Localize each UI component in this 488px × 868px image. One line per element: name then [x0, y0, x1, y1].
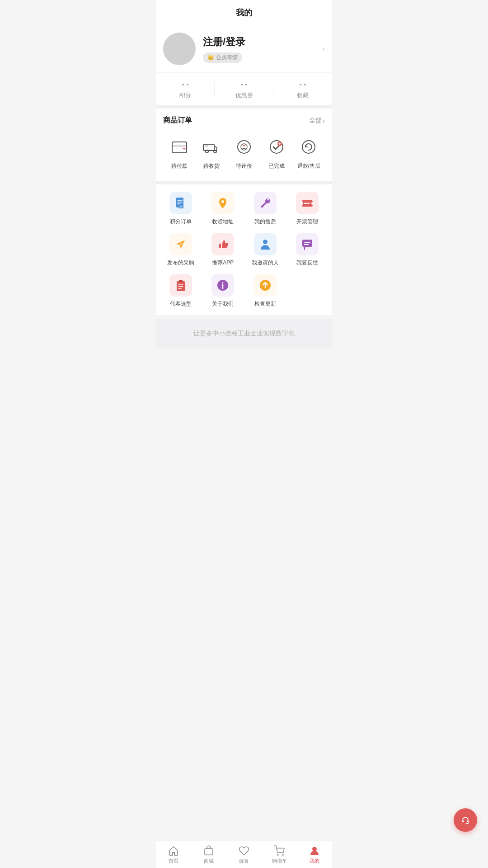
nav-item-shop[interactable]: 商城 [191, 841, 226, 868]
avatar [163, 33, 196, 65]
service-label-recommend: 推荐APP [212, 259, 234, 267]
order-label-pending-review: 待评价 [236, 162, 252, 170]
bottom-navigation: 首页 商城 服务 购物车 我的 [156, 841, 332, 868]
delivery-icon [202, 138, 221, 156]
service-item-purchase[interactable]: 发布的采购 [160, 233, 202, 267]
nav-label-service: 服务 [239, 858, 249, 864]
svg-point-8 [243, 145, 245, 146]
crown-icon: 👑 [207, 54, 214, 61]
service-item-invite[interactable]: 我邀请的人 [244, 233, 286, 267]
service-item-recommend[interactable]: 推荐APP [202, 233, 244, 267]
service-label-purchase: 发布的采购 [167, 259, 194, 267]
member-level-label: 会员等级 [216, 54, 238, 61]
order-item-pending-review[interactable]: 待评价 [228, 136, 260, 170]
orders-section: 商品订单 全部 › 待付款 [156, 108, 332, 181]
svg-point-6 [238, 141, 250, 153]
svg-rect-18 [303, 202, 311, 203]
profile-name: 注册/登录 [203, 35, 322, 49]
page-title: 我的 [236, 8, 252, 17]
orders-more-button[interactable]: 全部 › [309, 117, 325, 125]
order-item-refund[interactable]: 退款/售后 [292, 136, 325, 170]
svg-rect-23 [179, 280, 183, 282]
nav-label-mine: 我的 [310, 858, 319, 864]
service-icon-feedback [296, 233, 319, 255]
order-item-pending-receive[interactable]: 待收货 [196, 136, 228, 170]
service-label-invite: 我邀请的人 [252, 259, 279, 267]
service-item-after-sale[interactable]: 我的售后 [244, 192, 286, 226]
upload-icon [259, 279, 272, 292]
person-icon [259, 238, 272, 250]
orders-more-label: 全部 [309, 117, 322, 125]
cart-nav-icon [274, 845, 285, 856]
shop-nav-icon [203, 845, 214, 856]
svg-point-4 [206, 150, 208, 153]
stat-favorites-label: 收藏 [273, 91, 332, 99]
page-header: 我的 [156, 0, 332, 24]
orders-title: 商品订单 [163, 116, 192, 125]
svg-point-19 [263, 240, 267, 244]
service-icon-update [254, 274, 277, 297]
services-section: 积分订单 收货地址 我的售后 [156, 184, 332, 315]
stat-coupons[interactable]: - - 优惠券 [215, 80, 273, 99]
profile-section[interactable]: 注册/登录 👑 会员等级 › [156, 24, 332, 72]
service-item-feedback[interactable]: 我要反馈 [286, 233, 329, 267]
service-icon-about [211, 274, 234, 297]
profile-chevron-icon: › [322, 44, 325, 54]
order-label-refund: 退款/售后 [297, 162, 320, 170]
service-label-points-order: 积分订单 [170, 218, 192, 226]
nav-label-cart: 购物车 [272, 858, 287, 864]
home-nav-icon [168, 845, 179, 856]
member-badge: 👑 会员等级 [203, 52, 242, 63]
svg-point-31 [277, 854, 278, 855]
service-label-update: 检查更新 [254, 300, 276, 308]
stat-coupons-value: - - [215, 80, 273, 89]
nav-item-mine[interactable]: 我的 [297, 841, 332, 868]
stat-favorites[interactable]: - - 收藏 [273, 80, 332, 99]
ticket-icon [301, 197, 314, 209]
service-item-address[interactable]: 收货地址 [202, 192, 244, 226]
service-label-after-sale: 我的售后 [254, 218, 276, 226]
wrench-icon [259, 197, 272, 209]
svg-point-2 [184, 148, 185, 150]
svg-point-14 [221, 200, 224, 203]
send-icon [174, 238, 187, 250]
service-item-proxy-select[interactable]: 代客选型 [160, 274, 202, 308]
orders-grid: 待付款 待收货 [163, 132, 325, 177]
service-label-invoice: 开票管理 [296, 218, 318, 226]
review-icon [235, 138, 253, 156]
orders-header: 商品订单 全部 › [163, 116, 325, 125]
service-item-invoice[interactable]: 开票管理 [286, 192, 329, 226]
service-item-about[interactable]: 关于我们 [202, 274, 244, 308]
bottom-banner: 让更多中小流程工业企业实现数字化 [156, 319, 332, 349]
order-icon-pending-pay-wrap [169, 136, 190, 158]
thumbup-icon [216, 238, 229, 250]
divider-1 [156, 105, 332, 108]
services-grid: 积分订单 收货地址 我的售后 [160, 192, 328, 308]
service-label-about: 关于我们 [212, 300, 234, 308]
order-item-completed[interactable]: 已完成 [260, 136, 293, 170]
info-icon [216, 279, 229, 292]
wallet-icon [170, 138, 188, 156]
service-icon-address [211, 192, 234, 214]
svg-point-32 [282, 854, 283, 855]
service-icon-invoice [296, 192, 319, 214]
stat-points[interactable]: - - 积分 [156, 80, 215, 99]
svg-rect-0 [172, 142, 187, 153]
nav-item-cart[interactable]: 购物车 [262, 841, 297, 868]
stat-favorites-value: - - [273, 80, 332, 89]
svg-rect-1 [172, 145, 187, 147]
service-item-update[interactable]: 检查更新 [244, 274, 286, 308]
order-icon-refund-wrap [298, 136, 319, 158]
nav-item-service[interactable]: 服务 [226, 841, 262, 868]
svg-rect-3 [203, 144, 214, 151]
divider-2 [156, 181, 332, 184]
stat-points-value: - - [156, 80, 215, 89]
user-nav-icon [309, 845, 320, 856]
chat-icon [301, 238, 314, 250]
service-item-points-order[interactable]: 积分订单 [160, 192, 202, 226]
order-item-pending-pay[interactable]: 待付款 [163, 136, 196, 170]
banner-text: 让更多中小流程工业企业实现数字化 [193, 330, 295, 337]
nav-item-home[interactable]: 首页 [156, 841, 191, 868]
svg-marker-21 [304, 247, 305, 250]
service-icon-purchase [169, 233, 192, 255]
